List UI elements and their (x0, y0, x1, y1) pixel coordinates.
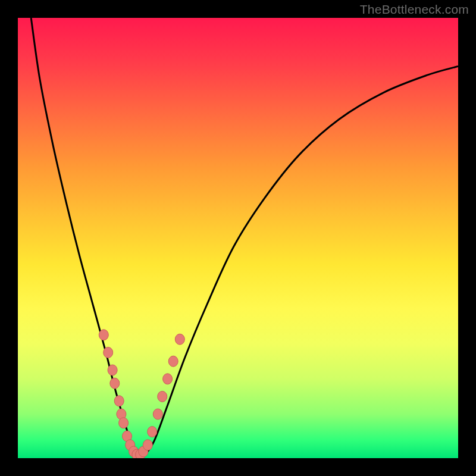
curve-marker (104, 347, 113, 358)
outer-frame: TheBottleneck.com (0, 0, 476, 476)
curve-marker (148, 427, 157, 437)
plot-area (18, 18, 458, 458)
curve-marker (158, 391, 167, 402)
bottleneck-curve (31, 18, 458, 456)
curve-marker (108, 365, 117, 375)
curve-marker (119, 418, 129, 428)
curve-marker (114, 396, 124, 406)
curve-marker (110, 378, 120, 389)
curve-marker (153, 409, 162, 419)
curve-marker (143, 440, 152, 450)
chart-svg (18, 18, 458, 458)
curve-marker (163, 374, 173, 384)
curve-marker (168, 356, 178, 367)
curve-marker (175, 334, 184, 345)
watermark-text: TheBottleneck.com (360, 2, 469, 17)
curve-marker (99, 330, 108, 340)
